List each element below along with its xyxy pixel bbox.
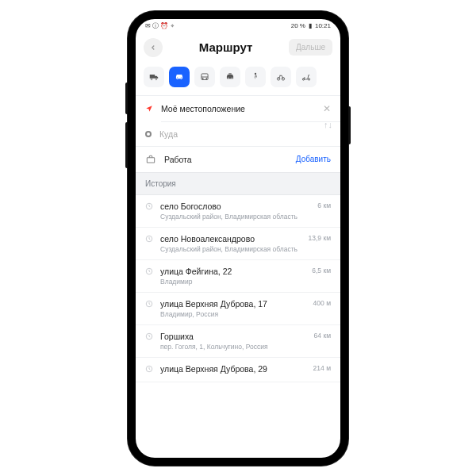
saved-place-work[interactable]: Работа Добавить: [136, 146, 340, 172]
svg-point-10: [232, 77, 232, 78]
swap-icon[interactable]: ↑↓: [324, 120, 332, 129]
next-button[interactable]: Дальше: [289, 39, 332, 56]
history-title: село Новоалександрово: [160, 234, 301, 244]
transport-scooter[interactable]: [296, 67, 317, 87]
history-distance: 64 км: [314, 332, 331, 340]
svg-point-6: [202, 78, 203, 79]
to-field[interactable]: Куда: [136, 122, 340, 146]
from-field[interactable]: Моё местоположение ✕: [136, 96, 340, 121]
history-item[interactable]: село Богослово Суздальский район, Владим…: [136, 195, 340, 228]
page-title: Маршрут: [199, 40, 253, 54]
svg-point-7: [206, 78, 207, 79]
history-title: Горшиха: [160, 332, 307, 341]
transport-truck[interactable]: [144, 67, 164, 87]
svg-rect-16: [147, 157, 154, 162]
svg-point-15: [308, 78, 309, 79]
clock-icon: [145, 300, 153, 308]
route-inputs: Моё местоположение ✕ Куда ↑↓: [136, 96, 340, 146]
location-icon: [145, 105, 153, 113]
svg-point-11: [255, 72, 256, 74]
to-placeholder: Куда: [159, 129, 331, 139]
history-distance: 400 м: [313, 299, 331, 307]
phone-side-button: [125, 122, 128, 168]
clock-icon: [145, 202, 153, 210]
history-item[interactable]: село Новоалександрово Суздальский район,…: [136, 228, 340, 260]
history-item[interactable]: улица Фейгина, 22 Владимир 6,5 км: [136, 260, 340, 293]
history-sub: пер. Гоголя, 1, Кольчугино, Россия: [160, 343, 307, 351]
svg-point-0: [151, 79, 152, 80]
clock-icon: [145, 235, 153, 243]
history-title: улица Верхняя Дуброва, 29: [160, 364, 306, 374]
phone-side-button: [125, 83, 128, 114]
app-screen: ✉ ⓘ ⏰ ⌖ 20 % ▮ 10:21 Маршрут Дальше: [136, 19, 340, 458]
history-distance: 6 км: [317, 202, 331, 209]
history-distance: 13,9 км: [309, 234, 331, 242]
destination-dot-icon: [145, 131, 152, 137]
saved-place-label: Работа: [164, 155, 288, 164]
transport-modes: [136, 62, 340, 95]
status-left-icons: ✉ ⓘ ⏰ ⌖: [145, 21, 175, 30]
status-bar: ✉ ⓘ ⏰ ⌖ 20 % ▮ 10:21: [136, 19, 340, 33]
phone-frame: ✉ ⓘ ⏰ ⌖ 20 % ▮ 10:21 Маршрут Дальше: [128, 11, 348, 466]
clear-from-button[interactable]: ✕: [323, 103, 331, 114]
svg-point-1: [155, 79, 157, 80]
add-saved-button[interactable]: Добавить: [296, 155, 331, 163]
clock-icon: [145, 332, 153, 340]
transport-walk[interactable]: [245, 67, 266, 87]
svg-rect-8: [228, 73, 232, 74]
battery-percent: 20 %: [291, 22, 305, 29]
history-distance: 6,5 км: [312, 267, 331, 274]
history-list: село Богослово Суздальский район, Владим…: [136, 195, 340, 458]
history-item[interactable]: Горшиха пер. Гоголя, 1, Кольчугино, Росс…: [136, 325, 340, 358]
transport-bike[interactable]: [271, 67, 291, 87]
history-title: улица Фейгина, 22: [160, 267, 305, 276]
history-sub: Владимир, Россия: [160, 310, 306, 318]
battery-icon: ▮: [309, 22, 312, 29]
svg-point-3: [181, 77, 182, 78]
history-item[interactable]: улица Верхняя Дуброва, 17 Владимир, Росс…: [136, 293, 340, 325]
clock-icon: [145, 365, 153, 373]
phone-side-button: [348, 106, 351, 144]
history-sub: Владимир: [160, 278, 305, 286]
briefcase-icon: [145, 154, 156, 165]
history-sub: Суздальский район, Владимирская область: [160, 213, 310, 221]
clock-icon: [145, 267, 153, 275]
transport-car[interactable]: [169, 67, 190, 87]
history-item[interactable]: улица Верхняя Дуброва, 29 214 м: [136, 358, 340, 382]
svg-point-2: [177, 77, 178, 78]
status-time: 10:21: [315, 22, 331, 29]
svg-point-9: [228, 77, 228, 78]
route-header: Маршрут Дальше: [136, 33, 340, 62]
history-title: улица Верхняя Дуброва, 17: [160, 299, 306, 309]
from-label: Моё местоположение: [161, 104, 315, 113]
history-header: История: [136, 172, 340, 195]
history-distance: 214 м: [313, 364, 331, 372]
transport-bus[interactable]: [194, 67, 215, 87]
history-sub: Суздальский район, Владимирская область: [160, 245, 301, 253]
back-button[interactable]: [144, 38, 163, 57]
history-title: село Богослово: [160, 202, 310, 211]
transport-taxi[interactable]: [220, 67, 240, 87]
